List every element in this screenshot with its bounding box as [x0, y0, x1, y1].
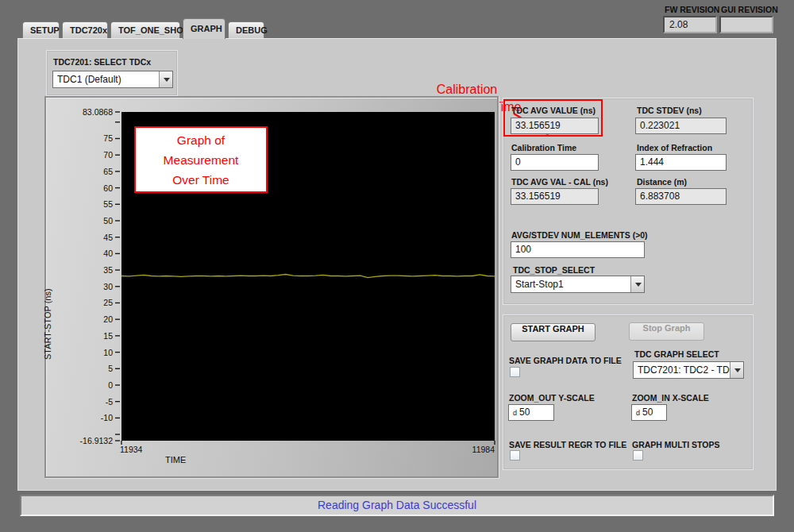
refraction-label: Index of Refraction	[637, 143, 712, 152]
chevron-down-icon[interactable]	[630, 276, 644, 292]
graph-select-value: TDC7201: TDC2 - TDC1	[638, 364, 742, 376]
zoom-out-label: ZOOM_OUT Y-SCALE	[509, 393, 595, 403]
save-graph-label: SAVE GRAPH DATA TO FILE	[509, 356, 622, 365]
controls-group: START GRAPH Stop Graph SAVE GRAPH DATA T…	[503, 314, 754, 470]
chevron-down-icon[interactable]	[159, 71, 172, 87]
num-elements-label: AVG/STDEV NUM_ELEMENTS (>0)	[511, 230, 648, 240]
distance-label: Distance (m)	[637, 177, 687, 187]
save-result-label: SAVE RESULT REGR TO FILE	[509, 440, 626, 449]
avg-value-label: TDC AVG VALUE (ns)	[511, 106, 596, 115]
stdev-field: 0.223021	[635, 118, 727, 134]
multi-stops-label: GRAPH MULTI STOPS	[632, 440, 719, 449]
graph-tab-page: TDC7201: SELECT TDCx TDC1 (Default) Cali…	[17, 38, 777, 491]
tdc-select-dropdown[interactable]: TDC1 (Default)	[52, 71, 173, 88]
waveform-graph[interactable]: START-STOP (ns) 83.086875706560555045403…	[44, 96, 499, 478]
stop-graph-button: Stop Graph	[629, 322, 704, 341]
stop-select-value: Start-Stop1	[515, 279, 564, 290]
fw-revision-value: 2.08	[663, 16, 717, 33]
avg-cal-label: TDC AVG VAL - CAL (ns)	[511, 177, 608, 187]
cal-time-input[interactable]: 0	[511, 154, 599, 171]
tab-setup[interactable]: SETUP	[22, 21, 60, 39]
y-axis-title: START-STOP (ns)	[43, 288, 52, 360]
gui-revision-value	[719, 16, 773, 33]
avg-cal-field: 33.156519	[511, 188, 599, 205]
gui-revision-label: GUI REVISION	[721, 5, 778, 14]
stop-select-label: TDC_STOP_SELECT	[513, 265, 595, 275]
tab-graph[interactable]: GRAPH	[183, 18, 225, 39]
x-axis-title: TIME	[165, 455, 186, 465]
tdc7201-evm-window: FW REVISION GUI REVISION 2.08 SETUP TDC7…	[0, 0, 794, 532]
multi-stops-checkbox[interactable]	[633, 450, 643, 461]
stdev-label: TDC STDEV (ns)	[637, 106, 702, 115]
save-graph-checkbox[interactable]	[510, 367, 520, 377]
tdc-select-group: TDC7201: SELECT TDCx TDC1 (Default)	[46, 50, 178, 96]
start-graph-button[interactable]: START GRAPH	[511, 323, 596, 341]
save-result-checkbox[interactable]	[510, 450, 520, 461]
fw-revision-label: FW REVISION	[665, 5, 719, 14]
graph-annotation-box: Graph of Measurement Over Time	[134, 126, 268, 193]
tdc-select-value: TDC1 (Default)	[57, 74, 121, 85]
results-group: TDC AVG VALUE (ns) 33.156519 TDC STDEV (…	[503, 98, 754, 305]
num-elements-input[interactable]: 100	[511, 241, 645, 258]
distance-field: 6.883708	[635, 188, 727, 205]
tab-debug[interactable]: DEBUG	[228, 21, 264, 39]
zoom-in-label: ZOOM_IN X-SCALE	[632, 393, 709, 403]
tab-tdc720x[interactable]: TDC720x	[62, 21, 108, 39]
zoom-in-input[interactable]: d50	[631, 404, 667, 421]
cal-time-label: Calibration Time	[511, 143, 576, 152]
refraction-input[interactable]: 1.444	[635, 154, 727, 171]
graph-select-label: TDC GRAPH SELECT	[634, 349, 719, 359]
status-bar: Reading Graph Data Successful	[20, 495, 774, 516]
tdc-select-label: TDC7201: SELECT TDCx	[53, 57, 151, 67]
zoom-out-input[interactable]: d50	[508, 404, 554, 421]
graph-select-dropdown[interactable]: TDC7201: TDC2 - TDC1	[633, 361, 744, 379]
avg-value-field: 33.156519	[511, 118, 599, 134]
chevron-down-icon[interactable]	[730, 362, 743, 378]
stop-select-dropdown[interactable]: Start-Stop1	[511, 276, 645, 293]
tab-tof-one-shot[interactable]: TOF_ONE_SHOT	[110, 21, 180, 39]
